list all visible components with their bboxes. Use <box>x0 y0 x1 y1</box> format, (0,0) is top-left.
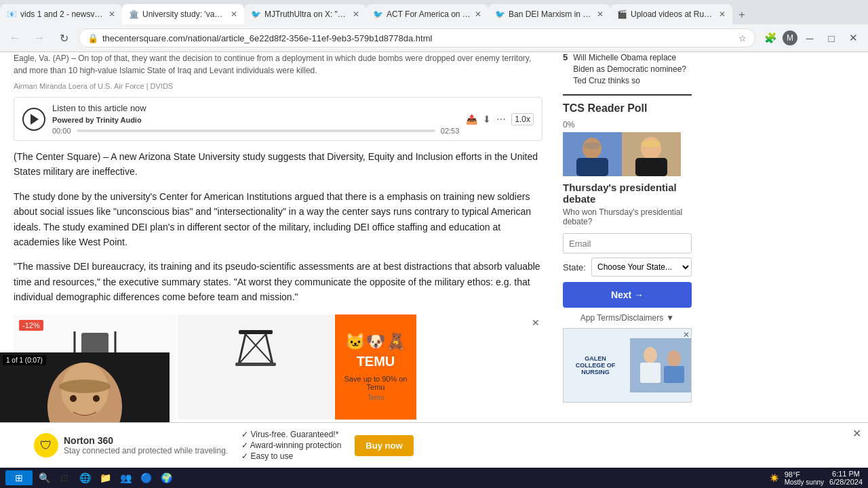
browser-chrome: 📧 vids 1 and 2 - newsvariable@g... ✕ 🏛️ … <box>0 0 868 52</box>
svg-rect-20 <box>635 158 667 176</box>
audio-progress: 00:00 02:53 <box>52 127 459 135</box>
weather-temp: ☀️ <box>770 474 779 483</box>
poll-email-input[interactable] <box>563 233 692 253</box>
playback-speed[interactable]: 1.0x <box>511 113 534 125</box>
download-icon[interactable]: ⬇ <box>483 114 491 125</box>
poll-debate-title: Thursday's presidential debate <box>563 182 692 205</box>
tab-favicon-mj: 🐦 <box>251 9 260 19</box>
svg-point-21 <box>642 140 660 148</box>
tab-close-gmail[interactable]: ✕ <box>108 9 115 19</box>
svg-rect-26 <box>664 366 684 383</box>
poll-footer-link[interactable]: App Terms/Disclaimers <box>580 313 663 323</box>
poll-percent: 0% <box>563 120 692 129</box>
progress-bar[interactable] <box>77 129 435 132</box>
poll-state-label: State: <box>563 262 586 272</box>
galen-logo: GALENCOLLEGE OF NURSING <box>564 355 627 375</box>
article-header-text: Eagle, Va. (AP) – On top of that, they w… <box>14 52 542 77</box>
reload-button[interactable]: ↻ <box>54 28 73 47</box>
lock-icon: 🔒 <box>87 33 98 43</box>
tab-gmail[interactable]: 📧 vids 1 and 2 - newsvariable@g... ✕ <box>0 4 122 24</box>
tab-favicon-ban: 🐦 <box>495 9 505 19</box>
time-display: 6:11 PM <box>829 470 863 478</box>
poll-candidate-images <box>563 132 692 176</box>
taskbar-edge[interactable]: 🌐 <box>76 470 94 485</box>
temu-brand: Temu <box>368 394 384 401</box>
galen-image <box>630 338 691 392</box>
new-tab-button[interactable]: + <box>732 5 751 24</box>
navigation-bar: ← → ↻ 🔒 thecentersquare.com/national/art… <box>0 24 868 52</box>
extensions-icon[interactable]: 🧩 <box>761 28 780 47</box>
poll-footer-chevron[interactable]: ▼ <box>666 313 674 323</box>
share-icon[interactable]: 📤 <box>466 114 477 125</box>
tab-close-ban[interactable]: ✕ <box>597 9 604 19</box>
taskbar-time: 6:11 PM 6/28/2024 <box>829 470 863 486</box>
profile-icon[interactable]: M <box>783 30 797 45</box>
windows-icon: ⊞ <box>15 472 23 483</box>
taskbar-right: ☀️ 98°F Mostly sunny 6:11 PM 6/28/2024 <box>770 470 863 486</box>
taskbar-chrome[interactable]: 🔵 <box>137 470 155 485</box>
norton-brand: Norton 360 <box>64 435 228 446</box>
taskbar-browser2[interactable]: 🌍 <box>157 470 175 485</box>
video-counter: 1 of 1 (0:07) <box>3 355 46 365</box>
tab-bar: 📧 vids 1 and 2 - newsvariable@g... ✕ 🏛️ … <box>0 0 868 24</box>
powered-brand: Trinity Audio <box>96 116 142 124</box>
norton-feature-2: ✓ Award-winning protection <box>241 441 341 450</box>
poll-state-select[interactable]: Choose Your State... Alabama Alaska Ariz… <box>591 258 692 277</box>
tab-close-mj[interactable]: ✕ <box>353 9 359 19</box>
poll-next-button[interactable]: Next → <box>563 282 692 308</box>
weather-temp-display: 98°F <box>785 470 824 479</box>
audio-title: Listen to this article now <box>52 103 459 113</box>
maximize-button[interactable]: □ <box>822 28 841 47</box>
temu-logo: TEMU <box>357 354 395 369</box>
temu-animals-icon: 🐱🐶🧸 <box>345 332 406 351</box>
svg-rect-24 <box>640 363 660 383</box>
svg-rect-16 <box>576 158 608 176</box>
taskbar-search[interactable]: 🔍 <box>35 470 53 485</box>
svg-rect-13 <box>235 363 276 366</box>
lift-table-image <box>232 323 279 411</box>
play-icon <box>31 114 39 125</box>
taskbar-taskview[interactable]: ⊡ <box>56 470 73 485</box>
tab-label-act: ACT For America on X: "Ban DEI... <box>387 9 471 19</box>
ad-lift-table[interactable] <box>178 314 334 420</box>
tab-active[interactable]: 🏛️ University study: 'vast DEI bure... ✕ <box>122 4 244 24</box>
galen-content: GALENCOLLEGE OF NURSING <box>564 338 691 392</box>
norton-buy-button[interactable]: Buy now <box>355 435 413 456</box>
weather-desc-display: Mostly sunny <box>785 479 824 486</box>
galen-ad[interactable]: ✕ GALENCOLLEGE OF NURSING <box>563 328 692 403</box>
norton-ad-close[interactable]: ✕ <box>852 427 861 440</box>
tab-close-act[interactable]: ✕ <box>475 9 481 19</box>
tab-ban[interactable]: 🐦 Ban DEI Marxism in the Milita... ✕ <box>488 4 610 24</box>
tab-mj[interactable]: 🐦 MJTruthUltra on X: "Space For... ✕ <box>244 4 366 24</box>
sidebar-item-text-5: Will Michelle Obama replace Biden as Dem… <box>573 52 692 86</box>
star-icon[interactable]: ☆ <box>738 33 747 43</box>
poll-title: TCS Reader Poll <box>563 102 692 115</box>
tab-act[interactable]: 🐦 ACT For America on X: "Ban DEI... ✕ <box>366 4 488 24</box>
back-button[interactable]: ← <box>5 28 24 47</box>
galen-ad-close[interactable]: ✕ <box>683 330 690 340</box>
more-icon[interactable]: ⋯ <box>496 114 506 125</box>
tab-rumble[interactable]: 🎬 Upload videos at Rumble ✕ <box>610 4 732 24</box>
poll-footer[interactable]: App Terms/Disclaimers ▼ <box>563 313 692 323</box>
svg-point-23 <box>644 347 657 363</box>
minimize-button[interactable]: ─ <box>800 28 819 47</box>
tab-label-mj: MJTruthUltra on X: "Space For... <box>264 9 349 19</box>
photo-credit: Airman Miranda Loera of U.S. Air Force |… <box>14 82 542 90</box>
galen-photo-svg <box>630 338 691 392</box>
start-button[interactable]: ⊞ <box>5 470 33 485</box>
play-button[interactable] <box>22 108 45 131</box>
svg-point-17 <box>584 142 600 149</box>
svg-point-31 <box>59 380 111 393</box>
forward-button[interactable]: → <box>30 28 49 47</box>
address-bar[interactable]: 🔒 thecentersquare.com/national/article_6… <box>79 28 755 47</box>
taskbar-explorer[interactable]: 📁 <box>96 470 114 485</box>
candidate-left-image <box>563 132 622 176</box>
tab-close-rumble[interactable]: ✕ <box>719 9 726 19</box>
poll-question: Who won Thursday's presidential debate? <box>563 207 692 226</box>
tab-close-active[interactable]: ✕ <box>231 9 237 19</box>
close-button[interactable]: ✕ <box>844 28 863 47</box>
norton-tagline: Stay connected and protected while trave… <box>64 446 228 455</box>
sidebar-item-5[interactable]: 5 Will Michelle Obama replace Biden as D… <box>563 52 692 86</box>
ad-temu[interactable]: ✕ 🐱🐶🧸 TEMU Save up to 90% on Temu Temu <box>335 314 416 420</box>
taskbar-teams[interactable]: 👥 <box>117 470 134 485</box>
